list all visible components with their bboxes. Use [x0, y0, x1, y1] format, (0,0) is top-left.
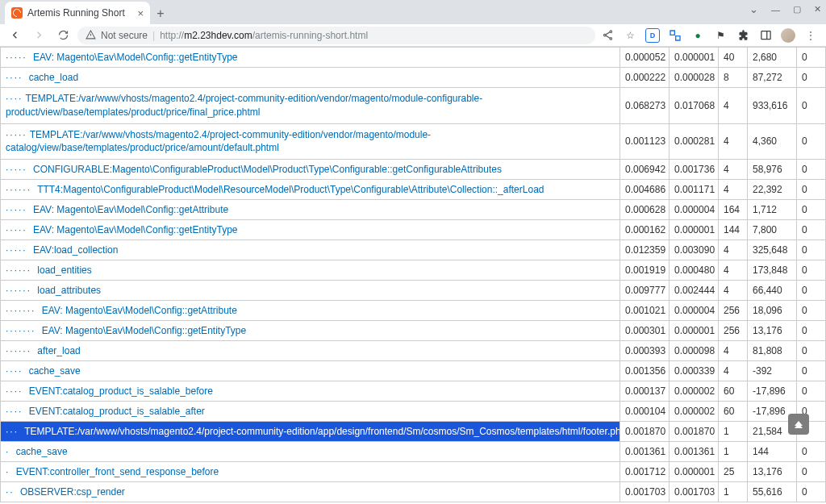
menu-icon[interactable]: ⋮: [803, 28, 818, 43]
profiler-name-cell[interactable]: ·· OBSERVER:csp_render: [1, 482, 620, 502]
profiler-avg-cell: 0.000004: [670, 301, 719, 321]
profiler-realmem-cell: 0: [797, 462, 826, 482]
profiler-name-cell[interactable]: ······ after_load: [1, 341, 620, 361]
profiler-mem-cell: -17,896: [748, 381, 797, 402]
table-row: ····· CONFIGURABLE:Magento\ConfigurableP…: [1, 160, 826, 180]
profiler-name-cell[interactable]: ······· EAV: Magento\Eav\Model\Config::g…: [1, 321, 620, 341]
profiler-count-cell: 1: [719, 442, 748, 462]
profiler-avg-cell: 0.000339: [670, 361, 719, 381]
profiler-realmem-cell: 0: [797, 281, 826, 301]
profiler-count-cell: 60: [719, 402, 748, 422]
profiler-avg-cell: 0.000098: [670, 341, 719, 361]
translate-icon[interactable]: [668, 28, 682, 43]
profiler-name-cell[interactable]: ···· cache_load: [1, 68, 620, 88]
browser-tab-active[interactable]: Artemis Running Short ×: [5, 2, 150, 24]
table-row: ····· EAV: Magento\Eav\Model\Config::get…: [1, 48, 826, 68]
profiler-avg-cell: 0.000001: [670, 48, 719, 68]
profiler-name-cell[interactable]: ······ load_entities: [1, 260, 620, 281]
side-panel-icon[interactable]: [758, 28, 773, 43]
table-row: ······ load_attributes0.0097770.00244446…: [1, 281, 826, 301]
reload-button[interactable]: [53, 26, 73, 45]
profiler-time-cell: 0.000301: [620, 321, 670, 341]
new-tab-button[interactable]: +: [150, 3, 171, 24]
toolbar-icons: ☆ D ● ⚑ ⋮: [600, 28, 821, 43]
svg-rect-3: [761, 31, 770, 40]
profiler-name-cell[interactable]: ····· EAV:load_collection: [1, 240, 620, 260]
profiler-avg-cell: 0.000281: [670, 123, 719, 160]
back-button[interactable]: [5, 26, 24, 45]
profiler-time-cell: 0.000137: [620, 381, 670, 402]
extensions-icon[interactable]: [736, 28, 750, 43]
profiler-name-cell[interactable]: ····· TEMPLATE:/var/www/vhosts/magento2.…: [1, 123, 620, 160]
profiler-time-cell: 0.000628: [620, 200, 670, 220]
profiler-name-cell[interactable]: ···· EVENT:catalog_product_is_salable_af…: [1, 402, 620, 422]
flag-icon[interactable]: ⚑: [713, 28, 728, 43]
table-row: ····· EAV:load_collection0.0123590.00309…: [1, 240, 826, 260]
address-bar-row: Not secure | http://m2.23hdev.com/artemi…: [0, 24, 826, 47]
profiler-avg-cell: 0.002444: [670, 281, 719, 301]
profiler-name-cell[interactable]: ····· CONFIGURABLE:Magento\ConfigurableP…: [1, 160, 620, 180]
profiler-avg-cell: 0.000480: [670, 260, 719, 281]
minimize-icon[interactable]: —: [771, 5, 780, 15]
profiler-name-cell[interactable]: ······ TTT4:Magento\ConfigurableProduct\…: [1, 180, 620, 200]
table-row: ····· EAV: Magento\Eav\Model\Config::get…: [1, 220, 826, 240]
url-bar[interactable]: Not secure | http://m2.23hdev.com/artemi…: [77, 27, 595, 44]
profiler-time-cell: 0.006942: [620, 160, 670, 180]
svg-point-1: [603, 34, 606, 36]
profiler-name-cell[interactable]: ····· EAV: Magento\Eav\Model\Config::get…: [1, 220, 620, 240]
profiler-time-cell: 0.001870: [620, 422, 670, 442]
profiler-time-cell: 0.000162: [620, 220, 670, 240]
close-icon[interactable]: ×: [137, 7, 144, 19]
profiler-count-cell: 4: [719, 180, 748, 200]
table-row: · EVENT:controller_front_send_response_b…: [1, 462, 826, 482]
profiler-name-cell[interactable]: ······· EAV: Magento\Eav\Model\Config::g…: [1, 301, 620, 321]
scroll-to-top-button[interactable]: [788, 414, 809, 435]
profiler-mem-cell: 13,176: [748, 321, 797, 341]
profiler-name-cell[interactable]: ···· EVENT:catalog_product_is_salable_be…: [1, 381, 620, 402]
profiler-mem-cell: 173,848: [748, 260, 797, 281]
profiler-count-cell: 1: [719, 482, 748, 502]
window-controls: ⌄ — ▢ ✕: [749, 3, 821, 15]
chevron-down-icon[interactable]: ⌄: [749, 3, 758, 15]
profiler-realmem-cell: 0: [797, 321, 826, 341]
profiler-realmem-cell: 0: [797, 442, 826, 462]
tab-title: Artemis Running Short: [27, 7, 132, 19]
profiler-avg-cell: 0.000001: [670, 462, 719, 482]
table-row: ··· TEMPLATE:/var/www/vhosts/magento2.4/…: [1, 422, 826, 442]
profiler-mem-cell: 4,360: [748, 123, 797, 160]
forward-button[interactable]: [29, 26, 48, 45]
profiler-mem-cell: 55,616: [748, 482, 797, 502]
profiler-name-cell[interactable]: ····· EAV: Magento\Eav\Model\Config::get…: [1, 200, 620, 220]
profiler-mem-cell: 66,440: [748, 281, 797, 301]
magento-favicon: [11, 7, 23, 19]
profile-avatar[interactable]: [781, 28, 795, 43]
profiler-name-cell[interactable]: ···· TEMPLATE:/var/www/vhosts/magento2.4…: [1, 88, 620, 124]
profiler-time-cell: 0.001356: [620, 361, 670, 381]
maximize-icon[interactable]: ▢: [793, 4, 801, 15]
profiler-name-cell[interactable]: · cache_save: [1, 442, 620, 462]
profiler-time-cell: 0.001919: [620, 260, 670, 281]
extension-d-icon[interactable]: D: [645, 28, 660, 43]
profiler-avg-cell: 0.001703: [670, 482, 719, 502]
profiler-name-cell[interactable]: ······ load_attributes: [1, 281, 620, 301]
profiler-count-cell: 60: [719, 381, 748, 402]
profiler-mem-cell: 22,392: [748, 180, 797, 200]
profiler-time-cell: 0.000104: [620, 402, 670, 422]
profiler-count-cell: 4: [719, 240, 748, 260]
profiler-name-cell[interactable]: ··· TEMPLATE:/var/www/vhosts/magento2.4/…: [1, 422, 620, 442]
profiler-name-cell[interactable]: · EVENT:controller_front_send_response_b…: [1, 462, 620, 482]
profiler-avg-cell: 0.001171: [670, 180, 719, 200]
warning-icon: [86, 30, 96, 40]
profiler-name-cell[interactable]: ····· EAV: Magento\Eav\Model\Config::get…: [1, 48, 620, 68]
profiler-time-cell: 0.000052: [620, 48, 670, 68]
profiler-realmem-cell: 0: [797, 361, 826, 381]
share-icon[interactable]: [600, 28, 615, 43]
close-window-icon[interactable]: ✕: [814, 4, 821, 15]
profiler-time-cell: 0.001361: [620, 442, 670, 462]
profiler-time-cell: 0.000222: [620, 68, 670, 88]
profiler-name-cell[interactable]: ···· cache_save: [1, 361, 620, 381]
table-row: ······ load_entities0.0019190.0004804173…: [1, 260, 826, 281]
extension-circle-icon[interactable]: ●: [690, 28, 705, 43]
browser-chrome: Artemis Running Short × + ⌄ — ▢ ✕ Not se…: [0, 0, 826, 47]
star-icon[interactable]: ☆: [623, 28, 637, 43]
